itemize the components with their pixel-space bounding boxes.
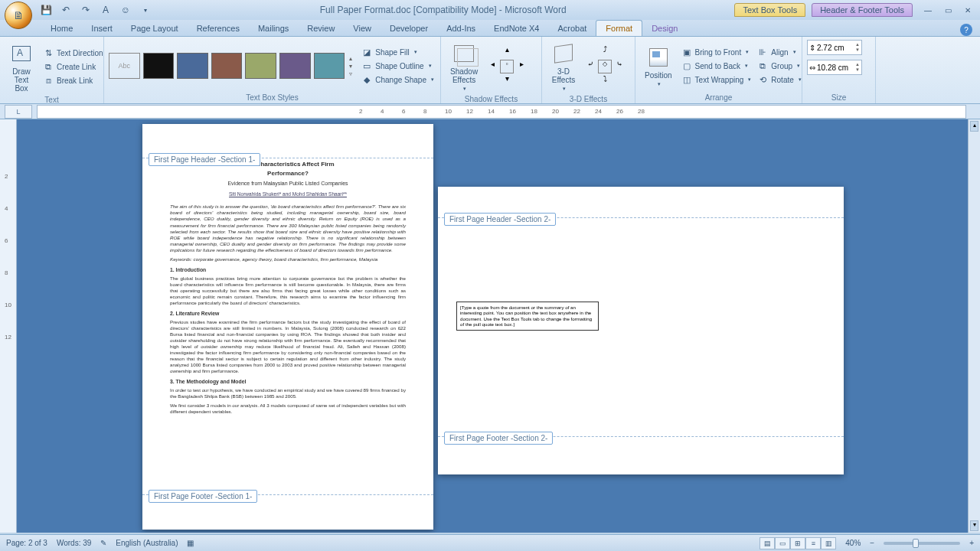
office-button[interactable]: 🗎 [5, 2, 32, 29]
tab-design[interactable]: Design [642, 21, 687, 36]
ribbon: Draw Text Box ⇅Text Direction ⧉Create Li… [0, 37, 980, 104]
header-tag-s1[interactable]: First Page Header -Section 1- [149, 153, 260, 166]
shadow-toggle-icon[interactable]: ▫ [500, 60, 514, 73]
width-up-icon[interactable]: ▲ [855, 62, 860, 67]
rotate-button[interactable]: ⟲Rotate▾ [756, 73, 802, 86]
context-tab-textbox[interactable]: Text Box Tools [734, 3, 805, 17]
full-screen-view[interactable]: ▭ [775, 537, 790, 549]
nudge-left-icon[interactable]: ◂ [485, 60, 499, 73]
style-color-2[interactable] [177, 53, 208, 79]
width-field[interactable] [817, 64, 854, 72]
vertical-ruler[interactable]: 24681012 [0, 119, 17, 533]
view-buttons: ▤ ▭ ⊞ ≡ ▥ [760, 537, 836, 549]
width-down-icon[interactable]: ▼ [855, 67, 860, 73]
header-tag-s2[interactable]: First Page Header -Section 2- [444, 213, 556, 226]
height-input[interactable]: ⇕ ▲▼ [807, 40, 862, 55]
group-button[interactable]: ⧉Group▾ [756, 60, 802, 72]
tilt-right-icon[interactable]: ⤷ [612, 60, 626, 73]
context-tab-header-footer[interactable]: Header & Footer Tools [812, 3, 913, 17]
tab-references[interactable]: References [188, 21, 249, 36]
vertical-scrollbar[interactable]: ▴ ▾ [968, 119, 980, 533]
tab-addins[interactable]: Add-Ins [437, 21, 485, 36]
maximize-button[interactable]: ▭ [939, 4, 957, 16]
zoom-out-icon[interactable]: − [870, 539, 874, 547]
tab-insert[interactable]: Insert [82, 21, 122, 36]
position-button[interactable]: Position▾ [640, 44, 677, 89]
style-icon[interactable]: A [100, 4, 112, 16]
language-indicator[interactable]: English (Australia) [116, 539, 178, 547]
tab-acrobat[interactable]: Acrobat [548, 21, 596, 36]
bring-to-front-button[interactable]: ▣Bring to Front▾ [680, 46, 753, 58]
tilt-left-icon[interactable]: ⤶ [583, 60, 597, 73]
shadow-effects-button[interactable]: Shadow Effects▾ [446, 40, 482, 93]
page-1[interactable]: First Page Header -Section 1- First Page… [142, 124, 433, 530]
height-up-icon[interactable]: ▲ [855, 42, 860, 47]
nudge-up-icon[interactable]: ▴ [500, 45, 514, 59]
nudge-down-icon[interactable]: ▾ [500, 74, 514, 88]
send-to-back-button[interactable]: ▢Send to Back▾ [680, 60, 753, 72]
tab-mailings[interactable]: Mailings [249, 21, 298, 36]
minimize-button[interactable]: — [919, 4, 937, 16]
tab-home[interactable]: Home [41, 21, 82, 36]
gallery-up-icon[interactable]: ▴ [349, 55, 352, 62]
3d-effects-button[interactable]: 3-D Effects▾ [547, 40, 580, 93]
style-color-3[interactable] [211, 53, 243, 79]
tab-selector[interactable]: L [5, 105, 32, 119]
zoom-slider[interactable] [884, 542, 960, 545]
style-preset-default[interactable]: Abc [109, 53, 140, 79]
gallery-more-icon[interactable]: ▿ [349, 70, 352, 77]
shape-fill-button[interactable]: ◪Shape Fill▾ [360, 46, 436, 58]
height-field[interactable] [817, 44, 854, 52]
scroll-up-icon[interactable]: ▴ [970, 121, 978, 132]
macro-icon[interactable]: ▦ [187, 539, 194, 547]
footer-tag-s1[interactable]: First Page Footer -Section 1- [149, 490, 257, 503]
tab-page-layout[interactable]: Page Layout [122, 21, 188, 36]
word-count[interactable]: Words: 39 [57, 539, 91, 547]
tab-format[interactable]: Format [596, 20, 642, 36]
zoom-in-icon[interactable]: + [969, 539, 974, 547]
align-button[interactable]: ⊪Align▾ [756, 46, 802, 58]
shape-outline-button[interactable]: ▭Shape Outline▾ [360, 60, 436, 72]
close-button[interactable]: ✕ [959, 4, 977, 16]
footer-tag-s2[interactable]: First Page Footer -Section 2- [444, 432, 553, 445]
selected-text-box[interactable]: [Type a quote from the document or the s… [456, 302, 599, 331]
save-icon[interactable]: 💾 [40, 4, 52, 16]
3d-toggle-icon[interactable]: ◇ [598, 60, 612, 73]
text-wrapping-button[interactable]: ◫Text Wrapping▾ [680, 73, 753, 86]
text-direction-button[interactable]: ⇅Text Direction [41, 47, 105, 60]
height-down-icon[interactable]: ▼ [855, 47, 860, 53]
qat-more-icon[interactable]: ▾ [139, 4, 152, 16]
page-2[interactable]: First Page Header -Section 2- First Page… [438, 187, 844, 474]
create-link-button[interactable]: ⧉Create Link [41, 61, 105, 73]
page-indicator[interactable]: Page: 2 of 3 [6, 539, 47, 547]
tab-developer[interactable]: Developer [381, 21, 437, 36]
proofing-icon[interactable]: ✎ [100, 539, 106, 547]
tab-view[interactable]: View [344, 21, 381, 36]
tilt-down-icon[interactable]: ⤵ [598, 74, 612, 88]
style-color-5[interactable] [279, 53, 311, 79]
tilt-up-icon[interactable]: ⤴ [598, 45, 612, 59]
draft-view[interactable]: ▥ [821, 537, 836, 549]
tab-endnote[interactable]: EndNote X4 [485, 21, 548, 36]
outline-view[interactable]: ≡ [805, 537, 821, 549]
draw-text-box-button[interactable]: Draw Text Box [5, 40, 38, 94]
scroll-down-icon[interactable]: ▾ [970, 520, 978, 531]
style-color-4[interactable] [245, 53, 276, 79]
help-icon[interactable]: ? [960, 24, 972, 36]
web-layout-view[interactable]: ⊞ [790, 537, 805, 549]
break-link-button[interactable]: ⧈Break Link [41, 75, 105, 87]
print-layout-view[interactable]: ▤ [760, 537, 775, 549]
nudge-right-icon[interactable]: ▸ [514, 60, 528, 73]
gallery-down-icon[interactable]: ▾ [349, 63, 352, 70]
undo-icon[interactable]: ↶ [60, 4, 72, 16]
style-color-1[interactable] [143, 53, 175, 79]
width-input[interactable]: ⇔ ▲▼ [807, 60, 862, 75]
redo-icon[interactable]: ↷ [80, 4, 92, 16]
style-color-6[interactable] [314, 53, 345, 79]
rotate-icon: ⟲ [757, 74, 768, 85]
horizontal-ruler[interactable]: 246810121416182022242628 [37, 105, 966, 119]
tab-review[interactable]: Review [298, 21, 344, 36]
change-shape-button[interactable]: ◆Change Shape▾ [360, 73, 436, 86]
zoom-level[interactable]: 40% [845, 539, 861, 547]
emoji-icon[interactable]: ☺ [119, 4, 132, 16]
